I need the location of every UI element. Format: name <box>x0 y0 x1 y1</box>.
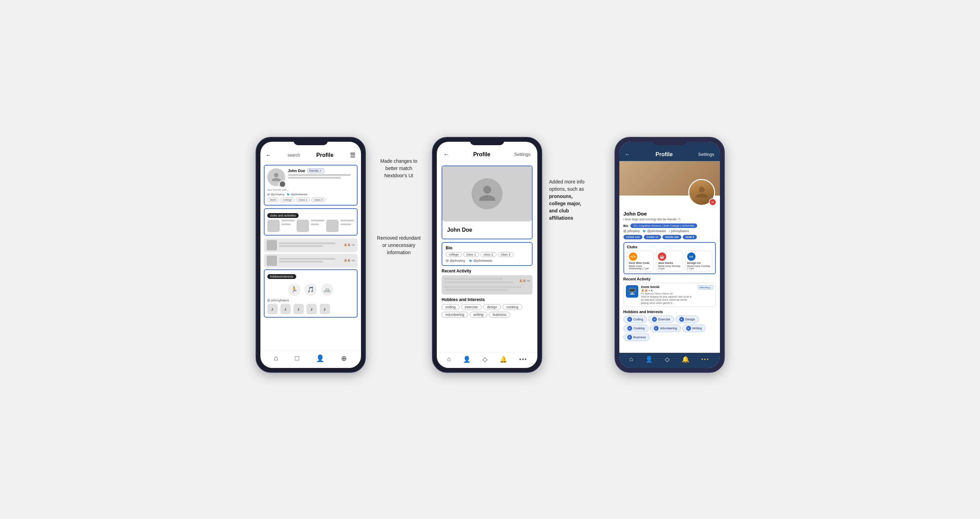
phone3-hobby-coding-x[interactable]: ✕ <box>627 317 632 322</box>
phone3-hobby-design[interactable]: ✕ Design <box>676 316 699 323</box>
phone1-search[interactable]: search <box>288 153 300 158</box>
phone3-club-gwc[interactable]: </> Girls Who Code Meets every Wednesday… <box>627 251 654 271</box>
phone3-recent-label: Recent Activity <box>624 277 716 281</box>
phone3-hobby-coding[interactable]: ✕ Coding <box>624 316 647 323</box>
phone3-hobby-exercise[interactable]: ✕ Exercise <box>648 316 674 323</box>
phone3-hobby-exercise-x[interactable]: ✕ <box>652 317 657 322</box>
phone2-bio-tag-class2[interactable]: class 2 <box>480 252 496 257</box>
phone2-title: Profile <box>473 152 490 158</box>
ann3-club: and club <box>549 208 569 214</box>
phone3-settings[interactable]: Settings <box>698 152 714 157</box>
phone3-clubs-section: Clubs </> Girls Who Code Meets every Wed… <box>624 242 716 274</box>
phone1-tag-college[interactable]: college <box>280 198 294 202</box>
phone1-hobby3: 🚲 <box>321 283 333 296</box>
phone2-hobby-exercise[interactable]: exercise <box>461 304 482 310</box>
phone2-nav-dots[interactable]: ••• <box>519 356 527 363</box>
phone3-hobby-writing-x[interactable]: ✕ <box>686 326 691 331</box>
phone3-hobby-writing[interactable]: ✕ Writing <box>682 324 706 332</box>
phone3-instagram[interactable]: @ johnyboy <box>624 229 640 233</box>
phone2-hobby-cooking[interactable]: cooking <box>503 304 522 310</box>
phone3-course-dsgn100[interactable]: DSGN 100 <box>662 235 681 240</box>
phone3-club-ux-icon: UX <box>687 252 695 261</box>
phone1-tag-dorm[interactable]: dorm <box>267 198 279 202</box>
phone2-body: John Doe Bio college class 1 class 2 cla… <box>437 162 537 353</box>
phone3-course-cogs17[interactable]: COGS 17 <box>644 235 661 240</box>
phone2-instagram[interactable]: @ @johnyboy <box>446 259 465 262</box>
phone3-body: John Doe I love dogs and running! lets b… <box>619 196 720 353</box>
phone3-notch <box>652 137 687 145</box>
phone2-hobby-coding[interactable]: coding <box>442 304 459 310</box>
phone3-activity-card: 🖥️ Zoom Social 🎉🎉 + 4 PC Ballroom West |… <box>624 283 716 307</box>
phone3-hobby-volunteering[interactable]: ✕ Volunteering <box>650 324 681 332</box>
phone1-nav-profile[interactable]: 👤 <box>316 354 325 363</box>
phone2-nav-bell[interactable]: 🔔 <box>500 356 507 363</box>
phone1-instagram[interactable]: @ @johnyboy <box>267 193 285 196</box>
phone3-spotify[interactable]: ♪ johnnylistens <box>668 229 689 233</box>
phone3-course-hum5[interactable]: HUM 5 <box>683 235 697 240</box>
phone2-recent-label: Recent Activity <box>442 268 533 273</box>
phone3-hobby-business[interactable]: ✕ Business <box>624 334 650 341</box>
phone1-menu[interactable]: ☰ <box>350 152 355 159</box>
phone1-hobby2: 🎵 <box>304 283 317 296</box>
phone2-back[interactable]: ← <box>444 152 449 158</box>
phone3-hobby-cooking-x[interactable]: ✕ <box>627 326 632 331</box>
phone1-clubs-box: clubs and activities <box>264 208 358 236</box>
phone2-bio-label: Bio <box>446 246 528 251</box>
phone2-settings[interactable]: Settings <box>514 152 530 157</box>
phone1-tag-class2[interactable]: class 2 <box>312 198 326 202</box>
phone3-clubs-label: Clubs <box>627 245 712 249</box>
phone2-nav-home[interactable]: ⌂ <box>447 356 451 363</box>
phone3-nav-tag[interactable]: ◇ <box>665 356 670 363</box>
phone3-name: John Doe <box>624 211 716 217</box>
ann3-pronouns: pronouns, <box>549 193 573 199</box>
phone1-nav-home[interactable]: ⌂ <box>274 354 278 362</box>
phone3-club-java[interactable]: ☕ Java Geeks Meets every Monday | 8 pm <box>656 251 683 271</box>
phone3-activity-title: Zoom Social <box>641 285 695 289</box>
phone3-hobby-cooking[interactable]: ✕ Cooking <box>624 324 649 332</box>
phone3-activity-location: PC Ballroom West | March 23' <box>641 292 695 295</box>
phone3-twitter[interactable]: 🐦 @johnttweets <box>643 229 666 233</box>
phone1-friend-badge: friends ✓ <box>307 168 325 173</box>
phone3-nav-home[interactable]: ⌂ <box>629 356 633 363</box>
phone3-minus-badge[interactable]: − <box>709 198 716 206</box>
phone2-bottom-nav: ⌂ 👤 ◇ 🔔 ••• <box>437 353 537 368</box>
phone3-hobby-design-x[interactable]: ✕ <box>679 317 684 322</box>
phone2-bio-tag-class1[interactable]: class 1 <box>463 252 479 257</box>
phone3-club-ux-name: Design Co <box>687 261 710 265</box>
annotation-ui-changes: Made changes to better match Nextdoor's … <box>380 158 417 179</box>
phone3-back[interactable]: ← <box>625 152 630 158</box>
phone2-hobbies-tags: coding exercise design cooking volunteer… <box>442 304 533 318</box>
phone2-bio-tag-college[interactable]: college <box>446 252 462 257</box>
phone2-hobbies-section: Hobbies and Interests coding exercise de… <box>442 297 533 318</box>
phone3-col: ← Profile Settings <box>614 137 725 373</box>
phone3-hobbies-label: Hobbies and Interests <box>624 310 716 314</box>
phone1-twitter[interactable]: 🐦 @johnttweets <box>286 193 308 196</box>
phone1-back[interactable]: ← <box>266 152 271 158</box>
phone1-nav-globe[interactable]: ⊕ <box>341 354 347 363</box>
phone3-nav-bell[interactable]: 🔔 <box>682 356 689 363</box>
phone2-hobby-design[interactable]: design <box>483 304 501 310</box>
phone2-nav-tag[interactable]: ◇ <box>483 356 487 363</box>
phone2-hobby-volunteering[interactable]: volunteering <box>442 312 468 318</box>
phone2-recent-item: 🎉🎉 +4 <box>442 275 533 294</box>
phone3-course-cogs123[interactable]: COGS 123 <box>624 235 643 240</box>
phone2-hobby-business[interactable]: business <box>489 312 510 318</box>
phone2-hobby-writing[interactable]: writing <box>470 312 487 318</box>
annotations-right: Added more info options, such as pronoun… <box>549 137 607 222</box>
phone3-club-java-icon: ☕ <box>658 252 666 261</box>
phone3-hobby-volunteering-x[interactable]: ✕ <box>654 326 659 331</box>
phone3-nav-profile[interactable]: 👤 <box>645 356 653 363</box>
phone3-hobby-business-x[interactable]: ✕ <box>627 335 632 340</box>
phone3-nav-dots[interactable]: ••• <box>701 356 710 362</box>
phone2-bio-tag-class3[interactable]: class 3 <box>498 252 514 257</box>
phone1-nav-chat[interactable]: □ <box>295 354 299 362</box>
phone3-title: Profile <box>655 152 673 158</box>
phone1-tag-class1[interactable]: class 1 <box>296 198 310 202</box>
phone2-twitter[interactable]: 🐦 @johnttweets <box>469 259 492 262</box>
phone3-club-ux[interactable]: UX Design Co Meets every Tuesday | 7 pm <box>685 251 712 271</box>
phone2-photo-box: John Doe <box>442 166 533 240</box>
phone1-spotify: @ johnnylistens <box>267 299 354 302</box>
phone2-name: John Doe <box>446 227 528 233</box>
phone1-profile-box: − John Doe friends ✓ <box>264 165 358 206</box>
phone2-nav-profile[interactable]: 👤 <box>463 356 471 363</box>
